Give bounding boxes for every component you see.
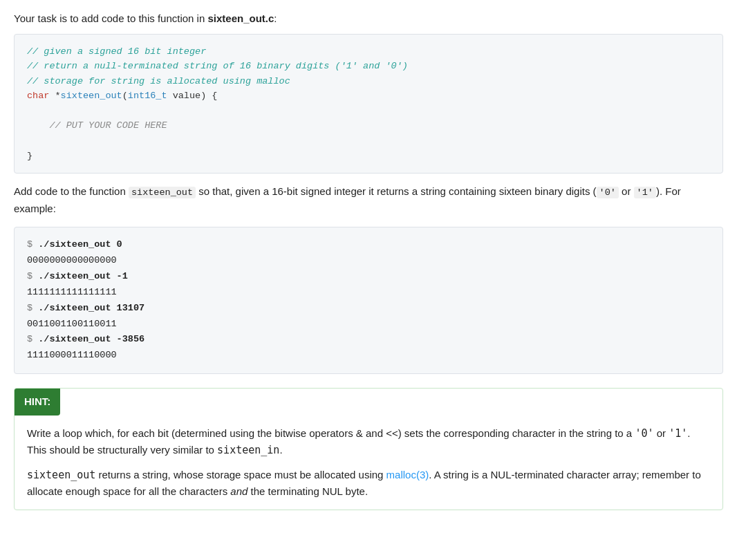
terminal-block: $ ./sixteen_out 0 0000000000000000 $ ./s…: [14, 227, 723, 375]
terminal-output-4: 1111000011110000: [27, 348, 710, 364]
hint-p1-or: or: [653, 427, 669, 439]
code-comment-1: // given a signed 16 bit integer: [27, 46, 206, 57]
code-type-int16: int16_t: [128, 91, 167, 101]
description: Add code to the function sixteen_out so …: [14, 183, 723, 217]
terminal-command-2: ./sixteen_out -1: [38, 271, 128, 281]
desc-middle: so that, given a 16-bit signed integer i…: [196, 185, 597, 197]
task-intro-suffix: :: [274, 12, 277, 24]
hint-p1-end: .: [279, 444, 282, 456]
terminal-output-2: 1111111111111111: [27, 285, 710, 301]
hint-box: HINT: Write a loop which, for each bit (…: [14, 388, 723, 510]
task-intro: Your task is to add code to this functio…: [14, 11, 723, 27]
hint-paragraph-2: sixteen_out returns a string, whose stor…: [27, 467, 710, 500]
hint-content: Write a loop which, for each bit (determ…: [15, 416, 722, 510]
code-placeholder: // PUT YOUR CODE HERE: [49, 120, 167, 131]
terminal-prompt-1: $: [27, 239, 38, 250]
hint-paragraph-1: Write a loop which, for each bit (determ…: [27, 425, 710, 458]
code-func-name: sixteen_out: [61, 91, 122, 101]
terminal-output-3: 0011001100110011: [27, 317, 710, 333]
hint-p2-func: sixteen_out: [27, 469, 95, 481]
desc-or: or: [619, 185, 634, 197]
terminal-command-3: ./sixteen_out 13107: [38, 303, 144, 313]
hint-p1-code1: '0': [635, 427, 653, 440]
code-comment-3: // storage for string is allocated using…: [27, 76, 290, 86]
code-block: // given a signed 16 bit integer // retu…: [14, 34, 723, 174]
hint-header: HINT:: [15, 389, 60, 416]
hint-p2-after: returns a string, whose storage space mu…: [95, 469, 386, 480]
hint-p1-code2: '1': [669, 427, 687, 440]
code-keyword-char: char: [27, 91, 49, 101]
desc-prefix: Add code to the function: [14, 185, 129, 197]
terminal-prompt-2: $: [27, 271, 38, 281]
desc-code2: '1': [634, 187, 656, 198]
terminal-command-4: ./sixteen_out -3856: [38, 334, 144, 344]
task-intro-prefix: Your task is to add code to this functio…: [14, 12, 207, 24]
desc-code1: '0': [597, 187, 619, 198]
task-filename: sixteen_out.c: [207, 12, 274, 24]
terminal-prompt-3: $: [27, 303, 38, 313]
hint-p1-func: sixteen_in: [217, 444, 279, 456]
desc-function-name: sixteen_out: [129, 187, 196, 198]
terminal-command-1: ./sixteen_out 0: [38, 239, 122, 250]
terminal-prompt-4: $: [27, 334, 38, 344]
hint-malloc-link[interactable]: malloc(3): [386, 469, 429, 480]
terminal-output-1: 0000000000000000: [27, 253, 710, 269]
hint-p1-before: Write a loop which, for each bit (determ…: [27, 427, 635, 439]
code-comment-2: // return a null-terminated string of 16…: [27, 61, 408, 71]
